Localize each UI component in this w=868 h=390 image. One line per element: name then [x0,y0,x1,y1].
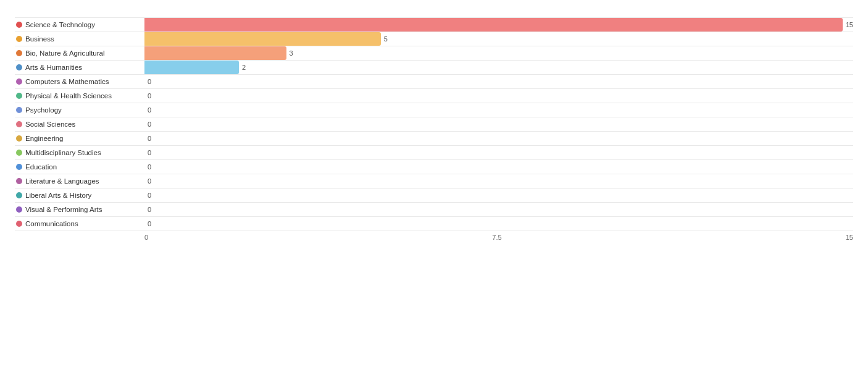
bar-dot [16,22,22,28]
bar-label-text: Visual & Performing Arts [25,206,102,213]
bar-row: Multidisciplinary Studies0 [15,146,853,160]
bar-row: Computers & Mathematics0 [15,75,853,89]
bar-row: Arts & Humanities2 [15,61,853,75]
bar-value-label: 0 [148,135,151,142]
x-axis: 07.515 [144,234,853,241]
bar-track: 0 [144,217,853,231]
bar-label-text: Physical & Health Sciences [25,92,112,100]
bar-row: Business5 [15,32,853,46]
bar-row: Social Sciences0 [15,117,853,132]
bar-row: Literature & Languages0 [15,174,853,189]
bar-label: Psychology [15,105,144,115]
bar-value-label: 2 [242,64,246,71]
bar-dot [16,36,22,42]
bar-value-label: 0 [148,163,151,171]
bar-label: Multidisciplinary Studies [15,148,144,158]
bar-label-text: Multidisciplinary Studies [25,149,101,156]
bar-dot [16,121,22,127]
bar-dot [16,107,22,113]
bar-track: 0 [144,75,853,88]
bar-value-label: 0 [148,206,151,213]
bar-label: Physical & Health Sciences [15,91,144,101]
bar-row: Psychology0 [15,103,853,117]
bar-label: Arts & Humanities [15,62,144,72]
bar-track: 0 [144,189,853,202]
bar-label-text: Engineering [25,135,63,142]
bars-section: Science & Technology15Business5Bio, Natu… [15,17,853,231]
bar-label: Literature & Languages [15,176,144,186]
bar-dot [16,93,22,99]
bar-track: 5 [144,32,853,46]
bar-dot [16,50,22,56]
x-axis-label: 0 [144,234,148,241]
bar-row: Bio, Nature & Agricultural3 [15,46,853,61]
bar-track: 0 [144,174,853,188]
bar-label: Social Sciences [15,119,144,129]
bar-value-label: 3 [290,49,293,57]
bar-value-label: 0 [148,177,151,185]
bar-dot [16,178,22,184]
bar-value-label: 0 [148,220,151,227]
bar-label-text: Bio, Nature & Agricultural [25,49,104,57]
bar-label: Business [15,34,144,44]
bar-label: Communications [15,219,144,229]
bar-dot [16,64,22,70]
bar-value-label: 0 [148,192,151,199]
bar-value-label: 0 [148,92,151,100]
bar-dot [16,150,22,156]
bar-track: 0 [144,89,853,103]
bar-label-text: Arts & Humanities [25,64,82,71]
bar-value-label: 0 [148,149,151,156]
bar-row: Science & Technology15 [15,17,853,32]
bar-label-text: Social Sciences [25,121,75,128]
bar-label-text: Computers & Mathematics [25,78,109,85]
bar-label: Visual & Performing Arts [15,205,144,214]
bar-dot [16,206,22,213]
bar-track: 0 [144,103,853,117]
bar-value-label: 0 [148,78,151,85]
bar-dot [16,192,22,198]
bar-row: Visual & Performing Arts0 [15,203,853,217]
bar-row: Communications0 [15,217,853,231]
bar-dot [16,78,22,85]
chart-container: Science & Technology15Business5Bio, Natu… [0,0,868,390]
bar-track: 0 [144,132,853,145]
bar-track: 0 [144,146,853,159]
bar-row: Education0 [15,160,853,174]
bar-label-text: Communications [25,220,78,227]
bar-label: Engineering [15,134,144,143]
bar-track: 2 [144,61,853,74]
bar-track: 0 [144,117,853,131]
bar-fill [144,32,381,46]
bar-value-label: 5 [384,35,388,43]
bar-label: Bio, Nature & Agricultural [15,48,144,58]
bar-value-label: 0 [148,121,151,128]
bar-row: Liberal Arts & History0 [15,189,853,203]
bar-label: Liberal Arts & History [15,190,144,200]
bar-label-text: Psychology [25,106,62,114]
bar-dot [16,221,22,227]
bar-row: Physical & Health Sciences0 [15,89,853,103]
bar-label: Education [15,162,144,172]
bar-value-label: 0 [148,106,151,114]
bar-track: 0 [144,203,853,216]
bar-label: Computers & Mathematics [15,77,144,87]
bar-label-text: Education [25,163,57,171]
bar-label-text: Business [25,35,54,43]
bar-label-text: Literature & Languages [25,177,99,185]
bar-track: 15 [144,18,853,32]
bar-value-label: 15 [846,21,853,28]
bar-fill [144,61,239,74]
bar-row: Engineering0 [15,132,853,146]
bar-dot [16,164,22,170]
bar-label-text: Science & Technology [25,21,95,28]
bar-dot [16,135,22,142]
bar-label-text: Liberal Arts & History [25,192,91,199]
x-axis-label: 7.5 [492,234,501,241]
bar-fill [144,18,843,32]
bar-fill [144,46,286,60]
bar-track: 3 [144,46,853,60]
x-axis-label: 15 [846,234,853,241]
bar-track: 0 [144,160,853,174]
bar-label: Science & Technology [15,20,144,30]
